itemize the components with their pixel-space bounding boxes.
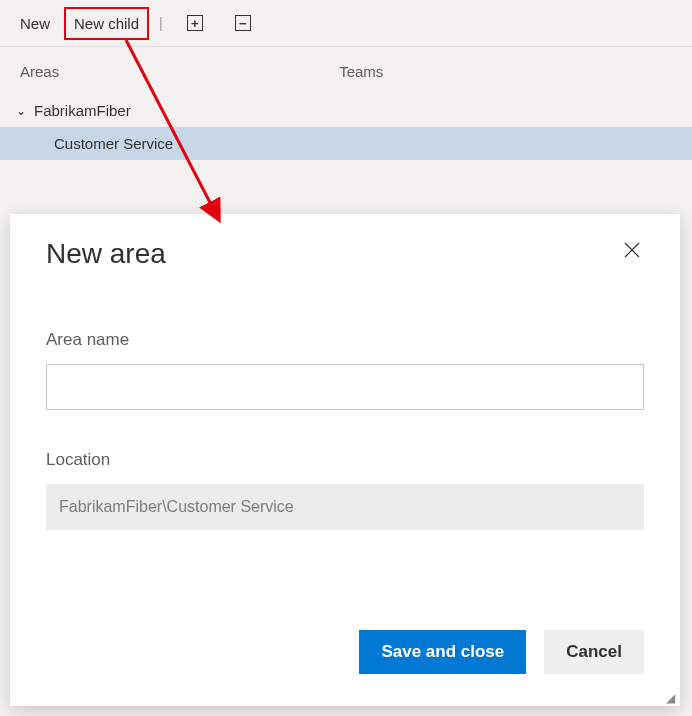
location-input [46,484,644,530]
save-button[interactable]: Save and close [359,630,526,674]
collapse-all-button[interactable]: − [227,7,259,39]
dialog-footer: Save and close Cancel [359,630,644,674]
area-name-field: Area name [46,330,644,410]
area-name-input[interactable] [46,364,644,410]
plus-square-icon: + [187,15,203,31]
resize-handle-icon[interactable]: ◢ [666,692,678,704]
minus-square-icon: − [235,15,251,31]
new-area-dialog: New area Area name Location Save and clo… [10,214,680,706]
tab-teams[interactable]: Teams [339,63,383,80]
tabs: Areas Teams [0,46,692,90]
close-icon [624,242,640,258]
toolbar: New New child | + − [0,0,692,46]
area-tree: ⌄ FabrikamFiber Customer Service [0,90,692,164]
close-button[interactable] [620,238,644,267]
location-label: Location [46,450,644,470]
toolbar-separator: | [159,15,163,31]
new-button[interactable]: New [10,7,60,40]
area-name-label: Area name [46,330,644,350]
expand-all-button[interactable]: + [179,7,211,39]
tree-root-row[interactable]: ⌄ FabrikamFiber [0,94,692,127]
tree-child-row[interactable]: Customer Service [0,127,692,160]
location-field: Location [46,450,644,530]
dialog-header: New area [46,238,644,270]
dialog-title: New area [46,238,166,270]
tree-child-label: Customer Service [54,135,173,152]
chevron-down-icon: ⌄ [16,104,26,118]
new-child-button[interactable]: New child [64,7,149,40]
tree-root-label: FabrikamFiber [34,102,131,119]
tab-areas[interactable]: Areas [20,63,59,80]
cancel-button[interactable]: Cancel [544,630,644,674]
